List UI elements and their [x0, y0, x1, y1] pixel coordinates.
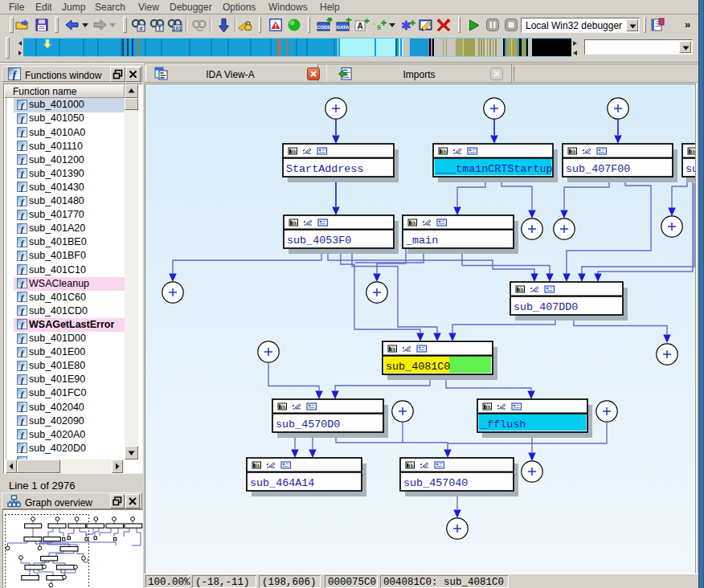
svg-text:A: A [357, 22, 362, 31]
svg-text:T: T [158, 24, 162, 32]
svg-text:‘: ‘ [373, 21, 375, 29]
svg-text:CODE: CODE [317, 25, 330, 30]
svg-text:sub_407F00: sub_407F00 [566, 163, 630, 175]
svg-text:sub_457040: sub_457040 [403, 477, 468, 489]
svg-text:sub_40: sub_40 [686, 163, 695, 175]
svg-text:StartAddress: StartAddress [286, 163, 363, 175]
svg-text:#: # [139, 25, 143, 32]
svg-text:✱: ✱ [401, 18, 411, 32]
svg-text:sub_4053F0: sub_4053F0 [287, 235, 351, 247]
svg-text:sub_4081C0: sub_4081C0 [386, 361, 450, 373]
svg-text:sub_464A14: sub_464A14 [250, 477, 314, 489]
svg-text:101: 101 [173, 26, 182, 31]
svg-text:sub_4570D0: sub_4570D0 [276, 419, 340, 431]
svg-text:_main: _main [405, 235, 438, 247]
svg-text:___tmainCRTStartup: ___tmainCRTStartup [436, 163, 553, 175]
svg-text:sub_407DD0: sub_407DD0 [514, 301, 578, 313]
svg-text:s: s [377, 20, 381, 32]
svg-text:_fflush: _fflush [480, 419, 526, 431]
svg-text:DATA: DATA [337, 25, 350, 30]
